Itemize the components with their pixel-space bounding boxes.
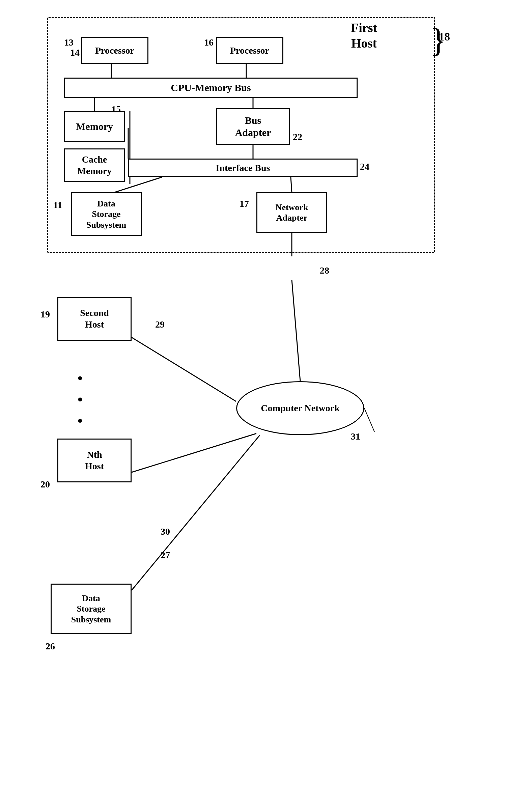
second-host-box: SecondHost	[57, 297, 132, 341]
ref-11: 11	[53, 200, 62, 210]
ref-27: 27	[160, 550, 170, 561]
diagram-container: First Host } 18 13 14 Processor 16 Proce…	[20, 10, 509, 773]
svg-line-9	[292, 280, 300, 381]
nth-host-label: NthHost	[85, 449, 104, 472]
data-storage-1-label: DataStorageSubsystem	[86, 198, 126, 230]
svg-line-13	[364, 408, 375, 432]
processor-2-box: Processor	[216, 37, 283, 64]
svg-line-10	[132, 337, 236, 401]
cpu-memory-bus-box: CPU-Memory Bus	[64, 78, 358, 98]
svg-line-11	[132, 433, 256, 472]
ellipsis-dots: •••	[78, 368, 83, 431]
ref-18: 18	[438, 30, 450, 43]
network-adapter-label: NetworkAdapter	[276, 202, 308, 223]
ref-13: 13	[64, 37, 74, 48]
first-host-label: First Host	[351, 20, 377, 51]
ref-19: 19	[41, 309, 50, 320]
ref-28: 28	[320, 265, 329, 276]
ref-14: 14	[70, 47, 80, 58]
cache-memory-box: CacheMemory	[64, 148, 125, 182]
data-storage-1-box: DataStorageSubsystem	[71, 192, 142, 236]
ref-24: 24	[360, 161, 370, 172]
ref-29: 29	[155, 319, 164, 330]
nth-host-box: NthHost	[57, 438, 132, 482]
ref-22: 22	[293, 131, 302, 142]
data-storage-2-box: DataStorageSubsystem	[51, 584, 132, 634]
second-host-label: SecondHost	[80, 307, 109, 330]
memory-box: Memory	[64, 111, 125, 142]
computer-network-ellipse: Computer Network	[236, 381, 364, 435]
ref-31: 31	[351, 431, 360, 442]
interface-bus-box: Interface Bus	[128, 158, 358, 177]
ref-30: 30	[160, 526, 170, 537]
computer-network-label: Computer Network	[261, 402, 340, 414]
cache-memory-label: CacheMemory	[77, 154, 112, 176]
processor-1-box: Processor	[81, 37, 148, 64]
bus-adapter-box: BusAdapter	[216, 108, 290, 145]
svg-line-12	[132, 435, 260, 590]
ref-26: 26	[46, 641, 55, 652]
ref-17: 17	[239, 198, 249, 209]
ref-16: 16	[204, 37, 213, 48]
bus-adapter-label: BusAdapter	[235, 115, 271, 138]
ref-20: 20	[41, 479, 50, 490]
network-adapter-box: NetworkAdapter	[256, 192, 327, 233]
data-storage-2-label: DataStorageSubsystem	[71, 593, 111, 625]
